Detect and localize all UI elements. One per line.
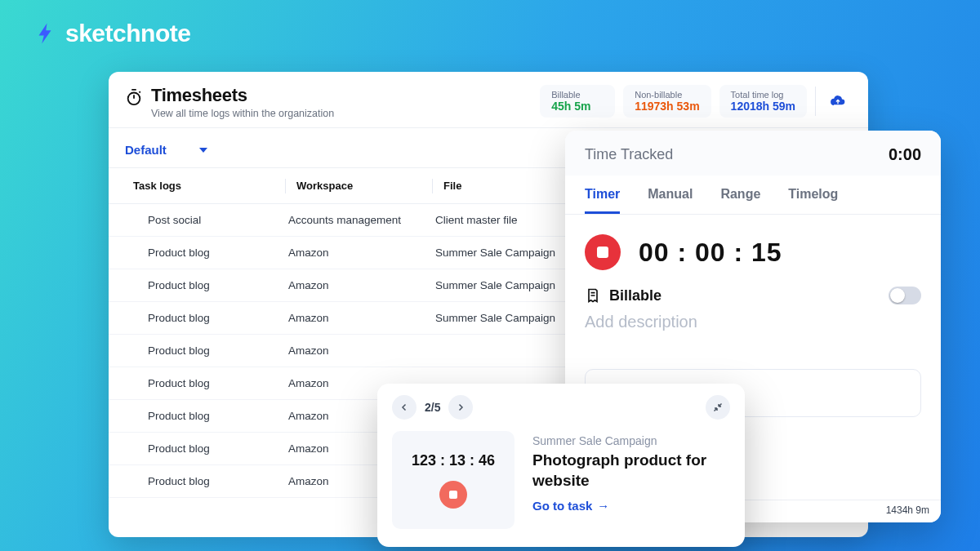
billable-label: Billable — [609, 287, 662, 304]
minimize-button[interactable] — [706, 395, 730, 420]
view-select-label: Default — [125, 143, 167, 157]
footer-total-value: 1434h 9m — [886, 504, 929, 516]
tab-manual[interactable]: Manual — [648, 176, 693, 214]
go-to-task-label: Go to task — [532, 499, 592, 513]
stat-billable-value: 45h 5m — [551, 100, 604, 113]
cell-task: Product blog — [125, 344, 288, 357]
cell-task: Product blog — [125, 279, 288, 291]
tab-timer[interactable]: Timer — [585, 176, 620, 214]
go-to-task-link[interactable]: Go to task → — [532, 499, 609, 513]
invoice-icon — [585, 287, 601, 304]
popup-nav: 2/5 — [392, 395, 473, 420]
stat-total: Total time log 12018h 59m — [719, 85, 807, 118]
stat-total-label: Total time log — [731, 90, 795, 100]
col-task-logs[interactable]: Task logs — [125, 180, 288, 192]
brand: sketchnote — [33, 20, 190, 47]
cell-workspace: Amazon — [288, 279, 435, 291]
popup-task-title: Photograph product for website — [532, 451, 730, 491]
billable-row: Billable — [565, 275, 941, 308]
brand-mark-icon — [33, 21, 57, 46]
popup-context: Summer Sale Campaign — [532, 434, 730, 447]
col-workspace[interactable]: Workspace — [288, 180, 435, 192]
cell-workspace: Amazon — [288, 344, 435, 357]
stat-nonbillable-value: 11973h 53m — [635, 100, 699, 113]
tracker-header: Time Tracked 0:00 — [565, 131, 941, 176]
cell-task: Product blog — [125, 312, 288, 324]
tab-timelog[interactable]: Timelog — [788, 176, 838, 214]
stat-billable-label: Billable — [551, 90, 604, 100]
elapsed-time: 00 : 00 : 15 — [639, 238, 782, 268]
cell-task: Product blog — [125, 475, 288, 487]
task-popup: 2/5 123 : 13 : 46 Summer Sale Campaign P… — [377, 384, 745, 547]
arrow-right-icon: → — [597, 499, 609, 513]
popup-timer-tile: 123 : 13 : 46 — [392, 431, 514, 529]
cell-task: Product blog — [125, 442, 288, 455]
cell-task: Product blog — [125, 377, 288, 389]
cell-task: Product blog — [125, 410, 288, 422]
stat-nonbillable: Non-billable 11973h 53m — [623, 85, 710, 118]
tracker-tabs: TimerManualRangeTimelog — [565, 176, 941, 215]
tracker-title: Time Tracked — [585, 146, 673, 163]
export-button[interactable] — [824, 87, 852, 115]
caret-down-icon — [199, 148, 207, 153]
tracker-clock: 0:00 — [889, 145, 921, 164]
billable-toggle[interactable] — [889, 287, 921, 304]
card-header: Timesheets View all time logs within the… — [109, 72, 868, 128]
cell-task: Post social — [125, 214, 288, 226]
stat-total-value: 12018h 59m — [731, 100, 795, 113]
popup-stop-button[interactable] — [439, 481, 467, 509]
stat-nonbillable-label: Non-billable — [635, 90, 699, 100]
product-name: sketchnote — [65, 20, 190, 47]
summary-stats: Billable 45h 5m Non-billable 11973h 53m … — [540, 85, 852, 118]
divider — [815, 87, 816, 116]
popup-elapsed: 123 : 13 : 46 — [412, 452, 495, 469]
stop-timer-button[interactable] — [585, 234, 621, 270]
description-input[interactable]: Add description — [565, 308, 941, 331]
stat-billable: Billable 45h 5m — [540, 85, 615, 118]
popup-position: 2/5 — [425, 401, 440, 414]
view-select[interactable]: Default — [125, 143, 207, 157]
cell-workspace: Accounts management — [288, 214, 435, 226]
next-button[interactable] — [448, 395, 473, 420]
tab-range[interactable]: Range — [720, 176, 760, 214]
timer-row: 00 : 00 : 15 — [565, 215, 941, 275]
prev-button[interactable] — [392, 395, 416, 420]
page-title: Timesheets — [151, 85, 334, 106]
svg-point-0 — [128, 93, 140, 105]
stopwatch-icon — [125, 88, 143, 106]
cell-workspace: Amazon — [288, 312, 435, 324]
cell-workspace: Amazon — [288, 247, 435, 259]
cell-task: Product blog — [125, 247, 288, 259]
page-subtitle: View all time logs within the organizati… — [151, 108, 334, 119]
